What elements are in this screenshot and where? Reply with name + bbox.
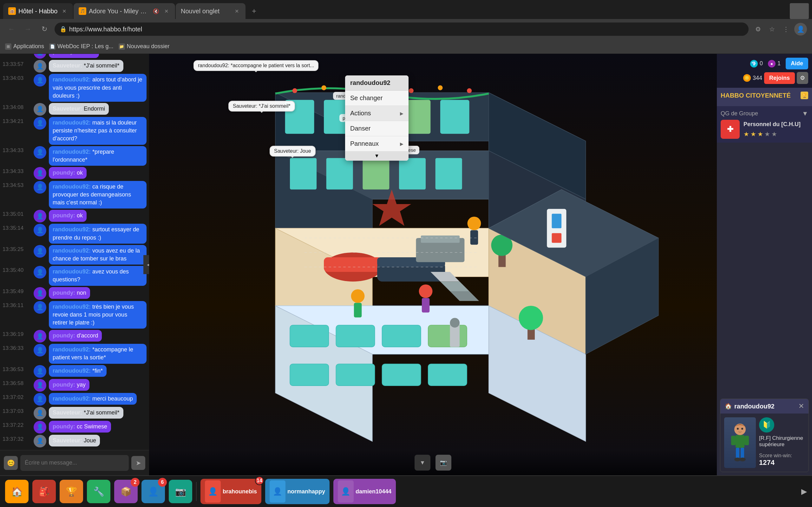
chat-message-text: Joue (84, 437, 96, 444)
tab-close-new[interactable]: ✕ (233, 7, 241, 15)
diamonds-display: 💎 0 (750, 60, 763, 67)
chat-bubble: poundy: yay (49, 379, 90, 391)
chat-avatar: 👤 (34, 379, 46, 392)
star-2: ★ (751, 130, 756, 138)
back-button[interactable]: ← (5, 23, 18, 36)
svg-rect-61 (552, 214, 562, 228)
context-menu-actions[interactable]: Actions ▶ (345, 106, 409, 121)
taskbar-camera-btn[interactable]: 📷 (169, 480, 192, 503)
nav-actions: ⚙ ☆ ⋮ 👤 (752, 23, 807, 36)
svg-point-48 (409, 89, 414, 93)
group-header: QG de Groupe ▼ (721, 110, 808, 117)
more-options-icon[interactable]: ⋮ (780, 23, 792, 35)
taskbar-navigator-btn[interactable]: 🔧 (87, 480, 110, 503)
taskbar-friends-btn[interactable]: 👤 6 (142, 480, 165, 503)
address-bar[interactable]: 🔒 https://www.habbo.fr/hotel (55, 22, 749, 36)
bookmark-icon[interactable]: ☆ (766, 23, 778, 35)
taskbar-furni-btn[interactable]: 📦 2 (114, 480, 138, 503)
dossier-icon: 📁 (119, 43, 125, 50)
taskbar-home-btn[interactable]: 🏠 (5, 480, 29, 503)
svg-point-43 (450, 318, 460, 328)
taskbar-user-damien[interactable]: 👤 damien10444 (334, 479, 396, 504)
duckets-value: 1 (777, 60, 780, 67)
brahounebis-badge: 14 (255, 476, 264, 485)
chat-avatar: 👤 (34, 146, 46, 159)
svg-rect-73 (736, 448, 740, 459)
tab-new[interactable]: Nouvel onglet ✕ (176, 3, 246, 19)
group-section[interactable]: QG de Groupe ▼ ✚ Personnel du [C.H.U] ★ … (717, 106, 812, 143)
taskbar-user-brahounebis[interactable]: 👤 brahounebis 14 (200, 479, 261, 504)
chat-sender-name: randoudou92: (53, 183, 92, 190)
forward-button[interactable]: → (21, 23, 34, 36)
address-text: https://www.habbo.fr/hotel (69, 26, 744, 33)
speech-bubble-1-text: randoudou92: *accompagne le patient vers… (198, 63, 314, 68)
player-card: 🏠 randoudou92 ✕ (720, 399, 809, 472)
chat-message: 13:37:03 👤 Sauveteur: *J'ai sommeil* (3, 407, 147, 419)
tab-close-habbo[interactable]: ✕ (60, 7, 68, 15)
bookmark-webdoc[interactable]: 📄 WebDoc IEP : Les g... (49, 43, 113, 50)
chat-bubble: Sauveteur: *J'ai sommeil* (49, 407, 123, 418)
tab-title-habbo: Hôtel - Habbo (18, 8, 58, 15)
profile-button[interactable]: 👤 (794, 23, 807, 36)
stars-row: ★ ★ ★ ★ ★ (744, 130, 801, 138)
taskbar-catalog-btn[interactable]: 🏆 (60, 480, 83, 503)
customize-icon[interactable]: ⚙ (752, 23, 764, 35)
chat-message-text: Endormi (84, 106, 105, 112)
chat-bubble: poundy: non (49, 287, 90, 299)
tab-close-music[interactable]: ✕ (162, 7, 170, 15)
chat-avatar: 👤 (34, 393, 46, 406)
game-area[interactable]: randoudou92: *accompagne le patient vers… (149, 54, 717, 475)
context-menu-more[interactable]: ▼ (345, 151, 409, 161)
game-toolbar-btn-1[interactable]: ▼ (415, 455, 430, 470)
collapse-chat-button[interactable]: ◀ (143, 255, 149, 274)
chat-message-text: *J'ai sommeil* (84, 62, 119, 69)
chat-input-area: 😊 ➤ (0, 450, 149, 475)
chat-message-text: *J'ai sommeil* (84, 409, 119, 416)
aide-button[interactable]: Aide (786, 58, 808, 69)
settings-button[interactable]: ⚙ (797, 72, 808, 84)
inventory-icon: 🎒 (39, 487, 50, 497)
friends-badge: 6 (158, 478, 167, 487)
chat-input[interactable] (20, 455, 129, 471)
taskbar-user-normanhappy[interactable]: 👤 normanhappy (265, 479, 329, 504)
game-toolbar-btn-2[interactable]: 📷 (436, 455, 451, 470)
chat-sender-name: poundy: (53, 54, 77, 55)
chat-sender-name: poundy: (53, 290, 77, 296)
taskbar-inventory-btn[interactable]: 🎒 (32, 480, 56, 503)
rejoin-button[interactable]: Rejoins (764, 72, 795, 84)
chat-message: 👤 poundy: sa va... (3, 54, 147, 59)
player-card-close-button[interactable]: ✕ (798, 402, 804, 410)
context-menu-panneaux[interactable]: Panneaux ▶ (345, 136, 409, 151)
svg-rect-24 (421, 235, 460, 243)
tab-icon-habbo: 🏨 (8, 7, 16, 15)
new-tab-button[interactable]: + (246, 3, 262, 19)
chat-timestamp: 13:34:21 (3, 117, 31, 125)
tab-mute-icon[interactable]: 🔇 (152, 7, 160, 15)
context-menu-danser[interactable]: Danser (345, 121, 409, 136)
bookmark-applications[interactable]: ⊞ Applications (5, 43, 44, 50)
chat-avatar: 👤 (34, 103, 46, 116)
player-score-area: Score win-win: 1274 (759, 453, 805, 467)
player-title-area: [R.F] Chirurgienne supérieure (759, 435, 805, 448)
player-info: 🔰 [R.F] Chirurgienne supérieure Score wi… (759, 417, 805, 468)
chat-emoji-btn[interactable]: 😊 (4, 456, 18, 470)
furni-icon: 📦 (120, 487, 132, 497)
reload-button[interactable]: ↻ (38, 23, 51, 36)
chat-message: 13:35:49 👤 poundy: non (3, 287, 147, 300)
chat-timestamp: 13:34:33 (3, 167, 31, 175)
danser-label: Danser (350, 125, 370, 132)
panneaux-arrow-icon: ▶ (400, 141, 403, 147)
bookmark-dossier[interactable]: 📁 Nouveau dossier (119, 43, 170, 50)
tab-habbo[interactable]: 🏨 Hôtel - Habbo ✕ (3, 3, 73, 19)
tab-music[interactable]: 🎵 Adore You - Miley Cyrus 🔇 ✕ (73, 3, 175, 19)
context-menu-se-changer[interactable]: Se changer (345, 91, 409, 106)
chat-bubble: randoudou92: surtout essayer de prendre … (49, 224, 147, 243)
chat-sender-name: randoudou92: (53, 76, 92, 83)
taskbar-more-button[interactable]: ▶ (801, 487, 807, 496)
chat-message: 13:35:25 👤 randoudou92: vous avez eu de … (3, 245, 147, 265)
chat-sender-name: randoudou92: (53, 226, 92, 233)
svg-rect-13 (362, 158, 389, 189)
chat-send-btn[interactable]: ➤ (131, 456, 145, 470)
svg-point-76 (740, 458, 746, 461)
chat-avatar: 👤 (34, 167, 46, 180)
